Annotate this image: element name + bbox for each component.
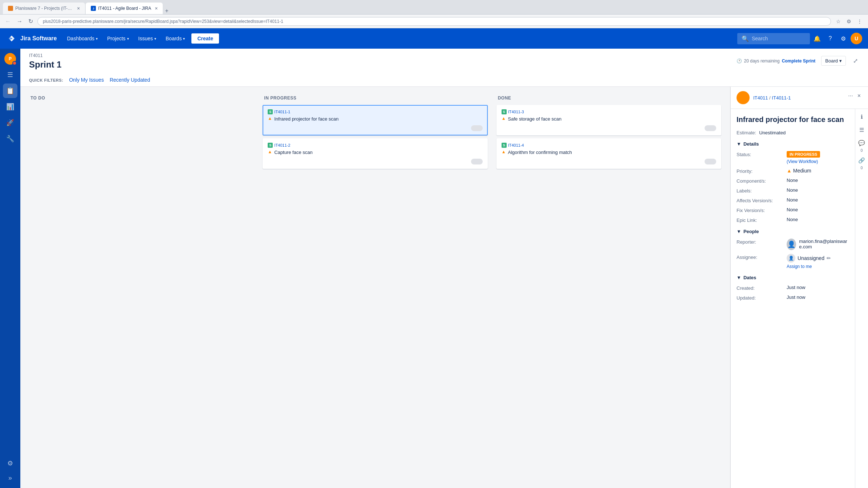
detail-project-link[interactable]: IT4011: [753, 95, 768, 101]
view-workflow-link[interactable]: (View Workflow): [787, 159, 820, 164]
detail-more-button[interactable]: ···: [847, 91, 854, 101]
bookmark-button[interactable]: ☆: [834, 17, 843, 26]
user-avatar[interactable]: U: [851, 33, 862, 44]
tab-planisware-close[interactable]: ×: [77, 5, 80, 11]
tab-jira-label: IT4011 - Agile Board - JIRA: [98, 6, 151, 11]
card-toggle-it4011-3[interactable]: [705, 125, 716, 131]
card-it4011-4[interactable]: S IT4011-4 ▲ Algorithm for confirming ma…: [496, 138, 721, 169]
card-it4011-1[interactable]: S IT4011-1 ▲ Infrared projector for face…: [263, 105, 487, 135]
nav-projects[interactable]: Projects ▾: [103, 33, 133, 44]
column-cards-to-do: [26, 103, 257, 482]
detail-estimate-value: Unestimated: [759, 130, 786, 135]
nav-boards[interactable]: Boards ▾: [161, 33, 189, 44]
detail-epic-value: None: [787, 217, 849, 222]
detail-assignee-row: Assignee: 👤 Unassigned ✏: [737, 254, 849, 269]
card-toggle-it4011-4[interactable]: [705, 159, 716, 164]
breadcrumb-project: IT4011: [29, 53, 42, 58]
forward-button[interactable]: →: [15, 17, 24, 26]
detail-labels-label: Labels:: [737, 187, 784, 194]
detail-status-value: IN PROGRESS (View Workflow): [787, 151, 820, 164]
detail-updated-label: Updated:: [737, 294, 784, 301]
detail-close-button[interactable]: ×: [856, 91, 862, 101]
detail-fix-value: None: [787, 207, 849, 212]
new-tab-button[interactable]: +: [165, 8, 168, 14]
sidebar-components-icon[interactable]: 🔧: [3, 131, 17, 146]
back-button[interactable]: ←: [4, 17, 12, 26]
nav-right: 🔍 🔔 ? ⚙ U: [737, 33, 862, 44]
details-section: ▼ Details Status: IN PROGRESS (View Work…: [737, 141, 849, 223]
app-layout: P ☰ 📋 📊 🚀 🔧 ⚙ »: [0, 49, 868, 488]
jira-favicon: J: [91, 6, 96, 11]
detail-created-value: Just now: [787, 285, 849, 290]
sidebar-home-icon[interactable]: P: [3, 52, 17, 66]
tab-planisware[interactable]: Planisware 7 - Projects (IT-4011) ×: [3, 3, 85, 14]
detail-estimate-label: Estimate:: [737, 130, 756, 135]
dates-section-label: Dates: [743, 275, 756, 280]
card-it4011-2[interactable]: S IT4011-2 ▲ Capture face scan: [263, 138, 487, 169]
detail-info-icon[interactable]: ℹ: [857, 112, 867, 122]
quick-filters-label: QUICK FILTERS:: [29, 78, 63, 82]
sidebar-bottom: ⚙ »: [3, 456, 17, 485]
status-badge[interactable]: IN PROGRESS: [787, 151, 820, 158]
nav-dashboards[interactable]: Dashboards ▾: [62, 33, 102, 44]
details-section-header[interactable]: ▼ Details: [737, 141, 849, 147]
sidebar-settings-icon[interactable]: ⚙: [3, 456, 17, 471]
sidebar-releases-icon[interactable]: 🚀: [3, 115, 17, 130]
browser-actions: ☆ ⚙ ⋮: [834, 17, 864, 26]
detail-epic-label: Epic Link:: [737, 217, 784, 223]
tab-jira-close[interactable]: ×: [155, 5, 158, 11]
story-icon-it4011-3: S: [502, 109, 507, 114]
board-view-button[interactable]: Board ▾: [821, 56, 846, 66]
refresh-button[interactable]: ↻: [27, 16, 35, 26]
card-it4011-3[interactable]: S IT4011-3 ▲ Safe storage of face scan: [496, 105, 721, 135]
menu-button[interactable]: ⋮: [855, 17, 864, 26]
detail-issue-link[interactable]: IT4011-1: [772, 95, 791, 101]
card-footer-it4011-4: [502, 159, 716, 164]
notifications-button[interactable]: 🔔: [811, 33, 823, 44]
tab-planisware-label: Planisware 7 - Projects (IT-4011): [15, 6, 73, 11]
card-toggle-it4011-1[interactable]: [471, 125, 483, 131]
card-id-text-it4011-2: IT4011-2: [274, 143, 290, 147]
detail-affects-row: Affects Version/s: None: [737, 197, 849, 203]
detail-created-label: Created:: [737, 285, 784, 291]
detail-comment-icon[interactable]: 💬: [857, 138, 867, 148]
extensions-button[interactable]: ⚙: [844, 17, 853, 26]
detail-epic-row: Epic Link: None: [737, 217, 849, 223]
search-input[interactable]: [752, 36, 803, 41]
sprint-timer-text: 20 days remaining: [744, 58, 780, 64]
priority-icon-it4011-4: ▲: [502, 149, 506, 154]
card-footer-it4011-2: [268, 159, 482, 164]
issues-chevron: ▾: [154, 37, 156, 41]
search-box[interactable]: 🔍: [737, 33, 810, 44]
address-bar[interactable]: plus2018-paris-predictive.planisware.com…: [37, 17, 831, 26]
fullscreen-button[interactable]: ⤢: [852, 56, 859, 66]
releases-icon: 🚀: [6, 119, 14, 127]
detail-project-avatar: [737, 91, 750, 104]
detail-estimate-row: Estimate: Unestimated: [737, 130, 849, 135]
filter-recently-updated[interactable]: Recently Updated: [110, 74, 150, 86]
browser-chrome: Planisware 7 - Projects (IT-4011) × J IT…: [0, 0, 868, 15]
filter-only-my-issues[interactable]: Only My Issues: [69, 74, 104, 86]
nav-issues[interactable]: Issues ▾: [134, 33, 161, 44]
assign-me-link[interactable]: Assign to me: [787, 264, 831, 269]
assignee-edit-button[interactable]: ✏: [827, 255, 831, 261]
browser-toolbar: ← → ↻ plus2018-paris-predictive.planiswa…: [0, 15, 868, 28]
detail-activity-icon[interactable]: ☰: [857, 125, 867, 135]
detail-fix-row: Fix Version/s: None: [737, 207, 849, 213]
settings-button[interactable]: ⚙: [837, 33, 849, 44]
complete-sprint-button[interactable]: Complete Sprint: [782, 58, 816, 64]
detail-link-icon[interactable]: 🔗: [857, 155, 867, 166]
dates-section-header[interactable]: ▼ Dates: [737, 275, 849, 280]
sidebar-reports-icon[interactable]: 📊: [3, 99, 17, 114]
sidebar-board-icon[interactable]: ☰: [3, 68, 17, 82]
people-section-header[interactable]: ▼ People: [737, 229, 849, 234]
tab-jira[interactable]: J IT4011 - Agile Board - JIRA ×: [86, 3, 163, 14]
detail-breadcrumb-text: IT4011 / IT4011-1: [753, 95, 791, 101]
help-button[interactable]: ?: [824, 33, 836, 44]
sidebar-expand-icon[interactable]: »: [3, 471, 17, 485]
sidebar-backlog-icon[interactable]: 📋: [3, 84, 17, 98]
card-toggle-it4011-2[interactable]: [471, 159, 483, 164]
column-cards-in-progress: S IT4011-1 ▲ Infrared projector for face…: [260, 103, 490, 482]
create-button[interactable]: Create: [191, 33, 219, 44]
detail-body: Infrared projector for face scan Estimat…: [731, 109, 855, 312]
